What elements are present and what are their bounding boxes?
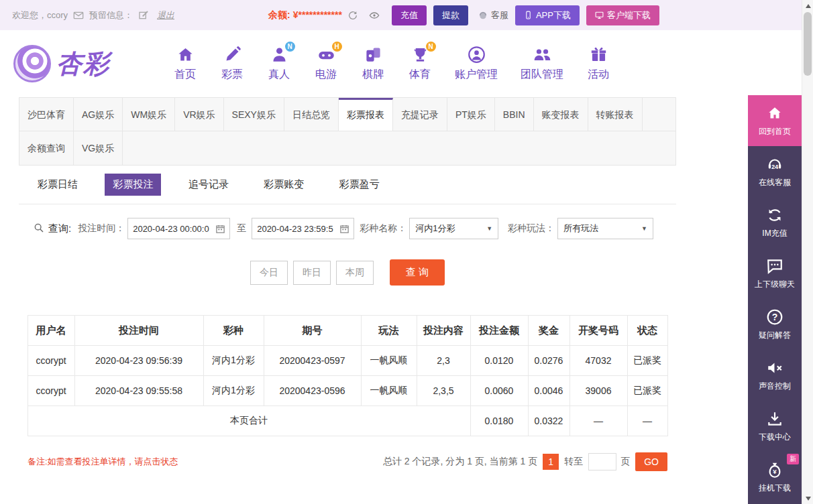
sidebar-item-home[interactable]: 回到首页 xyxy=(748,95,802,146)
tab-sexy[interactable]: SEXY娱乐 xyxy=(224,98,284,131)
play-type-value: 所有玩法 xyxy=(563,223,637,235)
withdraw-button[interactable]: 提款 xyxy=(433,5,468,25)
brand-logo[interactable]: 杏彩 xyxy=(13,45,138,82)
tab-bbin[interactable]: BBIN xyxy=(495,98,534,131)
col-draw-number: 开奖号码 xyxy=(570,316,627,346)
nav-label: 棋牌 xyxy=(349,68,396,82)
tab-lottery-report[interactable]: 彩票报表 xyxy=(339,98,393,131)
cell-bet-time: 2020-04-23 09:56:39 xyxy=(74,346,203,376)
report-tabs: 沙巴体育 AG娱乐 WM娱乐 VR娱乐 SEXY娱乐 日结总览 彩票报表 充提记… xyxy=(19,97,676,166)
col-status: 状态 xyxy=(627,316,667,346)
scrollbar[interactable] xyxy=(802,0,813,504)
calendar-icon[interactable] xyxy=(214,224,229,234)
play-type-select[interactable]: 所有玩法 ▼ xyxy=(557,218,653,239)
nav-item-boardgames[interactable]: 棋牌 xyxy=(349,46,396,82)
subtab-lottery-account-change[interactable]: 彩票账变 xyxy=(256,174,312,196)
to-label: 至 xyxy=(237,223,246,235)
col-bet-content: 投注内容 xyxy=(417,316,470,346)
nav-item-egames[interactable]: H 电游 xyxy=(303,46,349,82)
nav-item-lottery[interactable]: 彩票 xyxy=(209,46,256,82)
bet-time-to-input[interactable] xyxy=(252,224,338,234)
cell-lottery: 河内1分彩 xyxy=(203,376,264,406)
refresh-icon[interactable] xyxy=(347,10,358,21)
pagination: 总计 2 个记录, 分为 1 页, 当前第 1 页 1 转至 页 GO xyxy=(383,452,667,471)
calendar-icon[interactable] xyxy=(338,224,354,234)
withdraw-label: 提款 xyxy=(442,9,459,21)
subtab-lottery-daily[interactable]: 彩票日结 xyxy=(30,174,86,196)
table-row: ccorypt 2020-04-23 09:56:39 河内1分彩 202004… xyxy=(28,346,667,376)
nav-item-sports[interactable]: N 体育 xyxy=(396,46,443,82)
nav-item-live[interactable]: N 真人 xyxy=(256,46,303,82)
brand-name: 杏彩 xyxy=(56,47,110,81)
go-button[interactable]: GO xyxy=(635,452,667,471)
logout-link[interactable]: 退出 xyxy=(157,9,174,21)
cell-status[interactable]: 已派奖 xyxy=(627,346,667,376)
eye-icon[interactable] xyxy=(369,10,380,21)
sidebar-item-sound-control[interactable]: 声音控制 xyxy=(748,350,802,401)
table-row: ccorypt 2020-04-23 09:55:58 河内1分彩 202004… xyxy=(28,376,667,406)
col-prize: 奖金 xyxy=(528,316,570,346)
egames-gamepad-icon: H xyxy=(317,46,335,66)
tab-saba-sports[interactable]: 沙巴体育 xyxy=(19,98,74,131)
tab-vg[interactable]: VG娱乐 xyxy=(74,131,123,165)
mail-icon[interactable] xyxy=(73,10,84,21)
nav-item-team-management[interactable]: 团队管理 xyxy=(509,46,575,82)
summary-label: 本页合计 xyxy=(28,406,470,436)
this-week-button[interactable]: 本周 xyxy=(336,261,374,285)
team-people-icon xyxy=(533,46,551,66)
sidebar-item-im-recharge[interactable]: IM充值 xyxy=(748,197,802,248)
lottery-name-select[interactable]: 河内1分彩 ▼ xyxy=(409,218,498,239)
goto-page-input[interactable] xyxy=(588,453,616,470)
balance-value: ¥************ xyxy=(293,9,342,21)
scroll-up-arrow[interactable] xyxy=(802,0,813,11)
tab-account-change-report[interactable]: 账变报表 xyxy=(534,98,588,131)
deposit-button[interactable]: 充值 xyxy=(392,5,427,25)
tab-pt[interactable]: PT娱乐 xyxy=(447,98,495,131)
subtab-lottery-bets[interactable]: 彩票投注 xyxy=(105,174,161,196)
sidebar-item-superior-chat[interactable]: 上下级聊天 xyxy=(748,248,802,299)
cell-username: ccorypt xyxy=(28,376,74,406)
headset-icon xyxy=(478,10,488,21)
tab-balance-query[interactable]: 余额查询 xyxy=(19,131,74,165)
headset-24-icon: 24 xyxy=(766,155,783,173)
sidebar-item-faq[interactable]: ? 疑问解答 xyxy=(748,299,802,350)
nav-badge-new: N xyxy=(426,42,436,52)
tab-daily-summary[interactable]: 日结总览 xyxy=(284,98,339,131)
tab-transfer-report[interactable]: 转账报表 xyxy=(588,98,643,131)
service-label: 客服 xyxy=(491,9,508,21)
page-number-1[interactable]: 1 xyxy=(543,454,559,470)
sidebar-item-afk-download[interactable]: 新 ¥ 挂机下载 xyxy=(748,452,802,503)
customer-service-link[interactable]: 客服 xyxy=(478,9,508,21)
brand-logo-mark xyxy=(13,45,51,82)
subtab-lottery-pnl[interactable]: 彩票盈亏 xyxy=(331,174,388,196)
tab-deposit-withdraw-records[interactable]: 充提记录 xyxy=(393,98,447,131)
bet-time-from-input[interactable] xyxy=(128,224,214,234)
yesterday-button[interactable]: 昨日 xyxy=(293,261,331,285)
goto-label: 转至 xyxy=(564,456,583,468)
tab-wm[interactable]: WM娱乐 xyxy=(123,98,175,131)
cell-status[interactable]: 已派奖 xyxy=(627,376,667,406)
nav-label: 电游 xyxy=(303,68,349,82)
client-download-button[interactable]: 客户端下载 xyxy=(586,5,659,25)
tab-vr[interactable]: VR娱乐 xyxy=(175,98,223,131)
cell-bet-content: 2,3,5 xyxy=(417,376,470,406)
app-download-label: APP下载 xyxy=(536,9,571,21)
scroll-down-arrow[interactable] xyxy=(802,493,813,504)
today-button[interactable]: 今日 xyxy=(250,261,288,285)
query-button[interactable]: 查 询 xyxy=(390,259,445,286)
nav-item-home[interactable]: 首页 xyxy=(162,46,209,82)
sidebar-label: 上下级聊天 xyxy=(755,279,795,290)
app-download-button[interactable]: APP下载 xyxy=(515,5,580,25)
edit-icon[interactable] xyxy=(138,10,149,21)
nav-badge-new: N xyxy=(285,42,295,52)
tab-ag[interactable]: AG娱乐 xyxy=(74,98,123,131)
sidebar-item-online-service[interactable]: 24 在线客服 xyxy=(748,146,802,197)
nav-item-account-management[interactable]: 账户管理 xyxy=(443,46,509,82)
search-icon xyxy=(34,223,44,235)
subtab-chase-records[interactable]: 追号记录 xyxy=(180,174,237,196)
sidebar-item-download-center[interactable]: 下载中心 xyxy=(748,401,802,452)
nav-label: 真人 xyxy=(256,68,303,82)
nav-item-activity[interactable]: 活动 xyxy=(575,46,622,82)
scrollbar-thumb[interactable] xyxy=(804,12,812,76)
chevron-down-icon: ▼ xyxy=(486,225,492,232)
